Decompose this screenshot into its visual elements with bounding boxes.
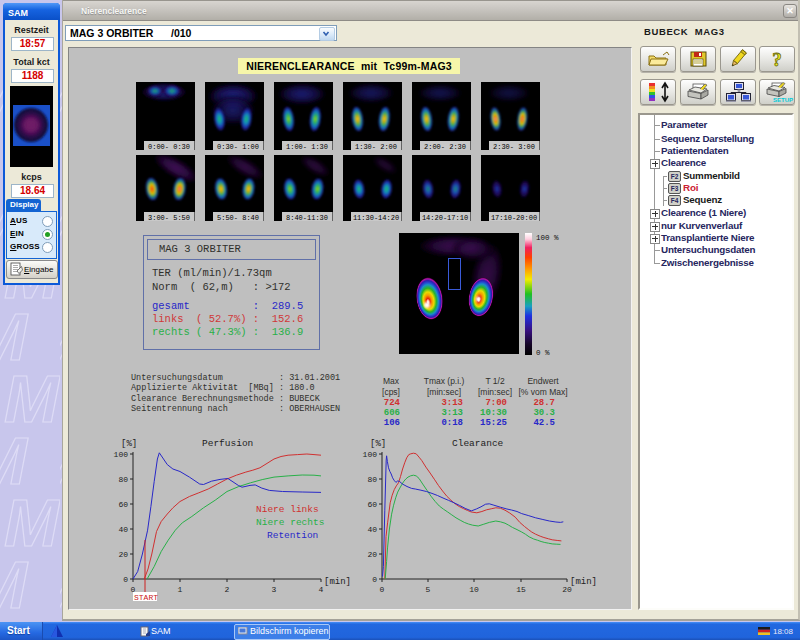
svg-text:80: 80 (118, 475, 128, 484)
svg-text:[%]: [%] (370, 439, 386, 449)
svg-text:100 %: 100 % (536, 234, 559, 242)
svg-text:3:00- 5:50: 3:00- 5:50 (148, 214, 190, 222)
svg-text:Niere rechts: Niere rechts (256, 517, 324, 528)
svg-text:5:50- 8:40: 5:50- 8:40 (217, 214, 259, 222)
svg-text:SETUP: SETUP (773, 97, 793, 103)
svg-text:0: 0 (123, 575, 128, 584)
svg-text:20: 20 (118, 550, 128, 559)
svg-text:[min]: [min] (570, 577, 597, 587)
svg-text:2:30- 3:00: 2:30- 3:00 (493, 143, 535, 151)
svg-text:14:20-17:10: 14:20-17:10 (422, 214, 468, 222)
svg-text:0 %: 0 % (536, 349, 550, 357)
svg-text:8:40-11:30: 8:40-11:30 (286, 214, 328, 222)
svg-text:1: 1 (178, 585, 183, 594)
svg-text:5: 5 (426, 585, 431, 594)
svg-text:0: 0 (372, 575, 377, 584)
svg-text:4: 4 (319, 585, 324, 594)
svg-text:80: 80 (367, 475, 377, 484)
svg-text:0: 0 (380, 585, 385, 594)
svg-text:Retention: Retention (267, 530, 318, 541)
svg-text:?: ? (772, 49, 782, 70)
svg-text:20: 20 (367, 550, 377, 559)
svg-text:Perfusion: Perfusion (202, 438, 253, 449)
svg-text:60: 60 (367, 500, 377, 509)
svg-text:3: 3 (272, 585, 277, 594)
svg-text:60: 60 (118, 500, 128, 509)
svg-text:40: 40 (118, 525, 128, 534)
svg-text:[%]: [%] (121, 439, 137, 449)
svg-text:Niere links: Niere links (256, 504, 319, 515)
svg-text:17:10-20:00: 17:10-20:00 (491, 214, 537, 222)
svg-text:100: 100 (363, 450, 378, 459)
svg-text:START: START (134, 593, 158, 602)
svg-text:1:30- 2:00: 1:30- 2:00 (355, 143, 397, 151)
svg-text:2: 2 (225, 585, 230, 594)
svg-text:0:30- 1:00: 0:30- 1:00 (217, 143, 259, 151)
svg-text:11:30-14:20: 11:30-14:20 (353, 214, 399, 222)
svg-text:100: 100 (114, 450, 129, 459)
svg-text:Clearance: Clearance (452, 438, 504, 449)
svg-text:0:00- 0:30: 0:00- 0:30 (148, 143, 190, 151)
svg-text:2:00- 2:30: 2:00- 2:30 (424, 143, 466, 151)
svg-text:40: 40 (367, 525, 377, 534)
svg-text:10: 10 (469, 585, 479, 594)
svg-text:[min]: [min] (324, 577, 351, 587)
svg-text:15: 15 (516, 585, 526, 594)
svg-text:1:00- 1:30: 1:00- 1:30 (286, 143, 328, 151)
